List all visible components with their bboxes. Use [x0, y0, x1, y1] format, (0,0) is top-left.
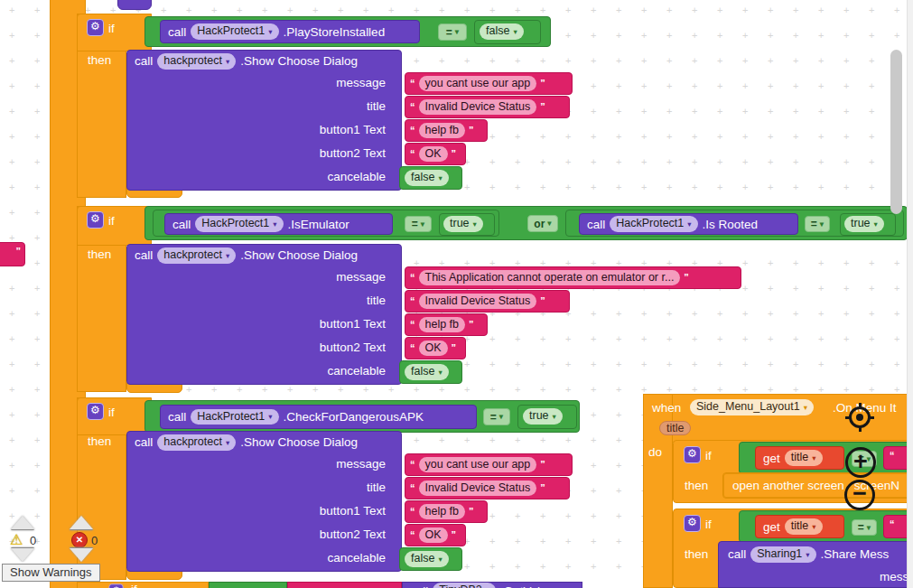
logic-false-block[interactable]: false▾: [474, 20, 541, 44]
operator-dropdown[interactable]: =▾: [438, 23, 467, 41]
clipped-call-block[interactable]: call TinyDB2▾ .GetVal: [402, 582, 582, 588]
param-label-button2: button2 Text: [126, 146, 386, 160]
operator-dropdown[interactable]: =▾: [852, 519, 877, 536]
boolean-dropdown[interactable]: false▾: [405, 551, 449, 567]
param-label-button2: button2 Text: [126, 527, 386, 541]
clipped-text-block[interactable]: [287, 582, 402, 588]
param-label-button2: button2 Text: [126, 341, 386, 354]
operator-dropdown[interactable]: =▾: [405, 216, 432, 232]
boolean-dropdown[interactable]: true▾: [844, 216, 884, 232]
error-icon[interactable]: ✕: [71, 532, 88, 548]
method-label: .Is Rooted: [703, 218, 759, 231]
event-param-chip[interactable]: title: [659, 421, 691, 435]
logic-compare-block[interactable]: call HackProtect1▾ .PlayStoreInstalled =…: [144, 16, 551, 47]
boolean-dropdown[interactable]: false▾: [480, 23, 524, 40]
variable-dropdown[interactable]: title▾: [785, 450, 823, 466]
text-block-message[interactable]: “This Application cannot operate on emul…: [405, 266, 741, 289]
or-dropdown[interactable]: or▾: [527, 215, 558, 232]
logic-true-block[interactable]: true▾: [439, 213, 495, 236]
blocks-workspace[interactable]: ++++++++++++++++++++++++++++++++++++++++…: [0, 0, 913, 588]
variable-dropdown[interactable]: title▾: [785, 518, 823, 535]
clipped-text-block-left-fragment[interactable]: ”: [0, 242, 25, 266]
dialog-method-label: .Show Choose Dialog: [240, 54, 358, 68]
param-label-message: message: [126, 76, 386, 89]
text-block-button2[interactable]: “OK”: [405, 524, 466, 546]
component-dropdown[interactable]: TinyDB2▾: [433, 583, 496, 588]
workspace-scrollbar-thumb[interactable]: [890, 50, 902, 214]
boolean-dropdown[interactable]: true▾: [443, 216, 483, 232]
zoom-out-button[interactable]: −: [844, 480, 875, 510]
component-dropdown[interactable]: HackProtect1▾: [191, 409, 278, 425]
component-dropdown[interactable]: HackProtect1▾: [191, 23, 278, 40]
method-call-block[interactable]: call HackProtect1▾ .CheckForDangerousAPK: [160, 405, 477, 429]
boolean-dropdown[interactable]: false▾: [405, 170, 449, 186]
quote-close: ”: [16, 247, 22, 257]
instance-dropdown[interactable]: Sharing1▾: [750, 546, 815, 563]
clipped-block-bottom-row[interactable]: ⚙︎ if call TinyDB2▾ .GetVal: [77, 582, 619, 588]
get-variable-block[interactable]: get title▾: [755, 446, 844, 470]
warning-collapse-arrow-down[interactable]: [11, 548, 34, 562]
logic-compare-block[interactable]: call HackProtect1▾ .CheckForDangerousAPK…: [144, 400, 580, 433]
clipped-logic-block[interactable]: [209, 582, 287, 588]
warning-icon[interactable]: ⚠: [10, 531, 23, 548]
mutator-gear-icon[interactable]: ⚙︎: [108, 583, 123, 588]
operator-dropdown[interactable]: =▾: [805, 216, 830, 232]
method-call-block[interactable]: call HackProtect1▾ .PlayStoreInstalled: [160, 20, 420, 43]
param-label-title: title: [126, 481, 386, 494]
open-screen-label: open another screen: [732, 479, 844, 492]
logic-true-block[interactable]: true▾: [840, 213, 896, 236]
logic-compare-block-left[interactable]: call HackProtect1▾ .IsEmulator =▾ true▾: [153, 210, 499, 237]
param-label-title: title: [126, 99, 386, 113]
method-call-block[interactable]: call HackProtect1▾ .IsEmulator: [164, 213, 393, 235]
mutator-gear-icon[interactable]: ⚙︎: [684, 515, 701, 532]
param-label-title: title: [126, 294, 386, 307]
if-label: if: [108, 406, 115, 419]
operator-dropdown[interactable]: =▾: [483, 408, 510, 425]
text-block-button1[interactable]: “help fb”: [405, 313, 488, 336]
event-component-dropdown[interactable]: Side_Menu_Layout1▾: [690, 399, 814, 415]
text-block-button1[interactable]: “help fb”: [405, 500, 488, 523]
boolean-dropdown[interactable]: false▾: [405, 364, 449, 380]
text-block-button2[interactable]: “OK”: [405, 143, 466, 165]
text-block-message[interactable]: “you cant use our app”: [405, 72, 573, 95]
mutator-gear-icon[interactable]: ⚙︎: [87, 211, 104, 229]
page-scrollbar-track[interactable]: [907, 0, 913, 588]
clipped-block-top-fragment[interactable]: [117, 0, 152, 10]
show-warnings-tooltip: Show Warnings: [2, 564, 100, 582]
zoom-in-button[interactable]: +: [845, 447, 876, 478]
param-label-button1: button1 Text: [126, 317, 386, 331]
boolean-dropdown[interactable]: true▾: [523, 408, 563, 425]
logic-true-block[interactable]: true▾: [517, 405, 577, 429]
dialog-header: call hackprotect▾ .Show Choose Dialog: [135, 434, 358, 451]
open-screen-block[interactable]: open another screen screenN: [722, 472, 913, 499]
instance-dropdown[interactable]: hackprotect▾: [157, 247, 236, 264]
mutator-gear-icon[interactable]: ⚙︎: [87, 19, 104, 36]
text-block-title[interactable]: “Invalid Device Status”: [405, 96, 570, 118]
logic-false-block-cancelable[interactable]: false▾: [399, 360, 462, 384]
share-message-call-block[interactable]: call Sharing1▾ .Share Mess mess: [718, 541, 913, 588]
error-collapse-arrow-down[interactable]: [70, 548, 93, 562]
logic-false-block-cancelable[interactable]: false▾: [399, 166, 462, 190]
method-call-block[interactable]: call HackProtect1▾ .Is Rooted: [579, 213, 798, 235]
param-label-message: message: [126, 270, 386, 284]
zoom-reset-control[interactable]: [847, 405, 872, 430]
warning-collapse-arrow-up[interactable]: [11, 516, 34, 529]
text-block-message[interactable]: “you cant use our app”: [405, 453, 573, 476]
component-dropdown[interactable]: HackProtect1▾: [610, 216, 697, 232]
logic-or-block[interactable]: call HackProtect1▾ .IsEmulator =▾ true▾ …: [144, 206, 908, 240]
text-block-button2[interactable]: “OK”: [405, 337, 466, 359]
mutator-gear-icon[interactable]: ⚙︎: [684, 446, 701, 463]
instance-dropdown[interactable]: hackprotect▾: [157, 434, 236, 451]
do-label: do: [648, 445, 662, 459]
if-label: if: [108, 22, 115, 35]
logic-compare-block-right[interactable]: call HackProtect1▾ .Is Rooted =▾ true▾: [565, 210, 904, 237]
get-variable-block[interactable]: get title▾: [755, 515, 844, 538]
text-block-button1[interactable]: “help fb”: [405, 119, 488, 142]
text-block-title[interactable]: “Invalid Device Status”: [405, 290, 570, 313]
mutator-gear-icon[interactable]: ⚙︎: [87, 403, 104, 420]
text-block-title[interactable]: “Invalid Device Status”: [405, 477, 570, 499]
instance-dropdown[interactable]: hackprotect▾: [157, 53, 236, 70]
component-dropdown[interactable]: HackProtect1▾: [195, 216, 283, 232]
logic-false-block-cancelable[interactable]: false▾: [399, 547, 462, 571]
error-collapse-arrow-up[interactable]: [70, 516, 93, 529]
